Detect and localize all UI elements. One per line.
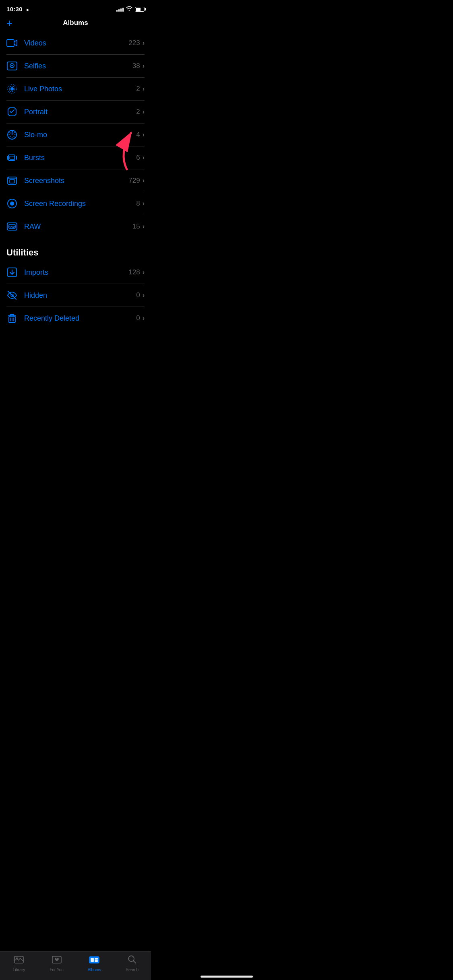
status-icons — [116, 6, 145, 12]
list-item-screen-recordings[interactable]: Screen Recordings 8 › — [6, 192, 145, 215]
list-item-live-photos[interactable]: Live Photos 2 › — [6, 78, 145, 101]
svg-line-14 — [14, 136, 14, 137]
screenshot-icon — [6, 175, 24, 186]
svg-point-4 — [10, 87, 14, 91]
media-types-list: Videos 223 › Selfies 38 › — [0, 32, 151, 238]
utilities-section-header: Utilities — [0, 238, 151, 261]
signal-bar-1 — [116, 10, 118, 12]
svg-rect-19 — [10, 156, 14, 159]
list-item-portrait[interactable]: Portrait 2 › — [6, 101, 145, 124]
page-header: + Albums — [0, 16, 151, 32]
portrait-count: 2 — [136, 108, 140, 116]
imports-label: Imports — [24, 268, 128, 277]
list-item-imports[interactable]: Imports 128 › — [6, 261, 145, 284]
wifi-icon — [126, 6, 132, 12]
signal-bar-2 — [118, 9, 120, 12]
svg-point-3 — [11, 65, 13, 66]
battery-fill — [136, 8, 141, 11]
list-item-selfies[interactable]: Selfies 38 › — [6, 55, 145, 78]
hidden-chevron: › — [143, 292, 145, 299]
page-title: Albums — [63, 19, 88, 27]
signal-bar-3 — [120, 8, 122, 12]
list-item-recently-deleted[interactable]: Recently Deleted 0 › — [6, 307, 145, 329]
hidden-icon — [6, 290, 24, 301]
bursts-label: Bursts — [24, 154, 136, 162]
list-item-raw[interactable]: RAW RAW 15 › — [6, 215, 145, 238]
list-item-screenshots[interactable]: Screenshots 729 › — [6, 169, 145, 192]
raw-label: RAW — [24, 222, 132, 231]
status-bar: 10:30 ► — [0, 0, 151, 16]
screenshots-label: Screenshots — [24, 177, 128, 185]
bursts-count: 6 — [136, 154, 140, 162]
screenshots-count: 729 — [128, 177, 140, 185]
portrait-label: Portrait — [24, 108, 136, 116]
screenshots-chevron: › — [143, 177, 145, 184]
battery-icon — [135, 7, 145, 12]
selfies-chevron: › — [143, 62, 145, 70]
svg-line-30 — [8, 291, 16, 299]
signal-bar-4 — [122, 8, 124, 12]
screen-recordings-icon — [6, 198, 24, 209]
selfies-label: Selfies — [24, 62, 132, 70]
slo-mo-count: 4 — [136, 131, 140, 139]
svg-line-13 — [10, 136, 10, 137]
slo-mo-icon — [6, 129, 24, 140]
bursts-chevron: › — [143, 154, 145, 161]
signal-bars — [116, 7, 124, 12]
video-icon — [6, 37, 24, 49]
imports-icon — [6, 267, 24, 278]
list-item-slo-mo[interactable]: Slo-mo 4 › — [6, 124, 145, 146]
screen-recordings-count: 8 — [136, 200, 140, 208]
recently-deleted-chevron: › — [143, 315, 145, 322]
trash-icon — [6, 313, 24, 324]
raw-icon: RAW — [6, 221, 24, 232]
slo-mo-chevron: › — [143, 131, 145, 138]
videos-chevron: › — [143, 39, 145, 47]
svg-point-22 — [8, 177, 9, 178]
imports-count: 128 — [128, 268, 140, 276]
screen-recordings-chevron: › — [143, 200, 145, 207]
portrait-chevron: › — [143, 108, 145, 115]
screen-recordings-label: Screen Recordings — [24, 200, 136, 208]
selfie-icon — [6, 60, 24, 72]
status-left: 10:30 ► — [6, 6, 30, 12]
videos-count: 223 — [128, 39, 140, 47]
bursts-icon — [6, 152, 24, 163]
svg-rect-18 — [16, 156, 17, 160]
live-photos-label: Live Photos — [24, 85, 136, 93]
hidden-label: Hidden — [24, 291, 136, 300]
svg-text:RAW: RAW — [8, 225, 16, 229]
raw-chevron: › — [143, 223, 145, 230]
imports-chevron: › — [143, 269, 145, 276]
list-item-hidden[interactable]: Hidden 0 › — [6, 284, 145, 307]
hidden-count: 0 — [136, 291, 140, 299]
recently-deleted-label: Recently Deleted — [24, 314, 136, 323]
svg-line-10 — [14, 132, 14, 133]
live-photos-chevron: › — [143, 85, 145, 93]
recently-deleted-count: 0 — [136, 314, 140, 322]
slo-mo-label: Slo-mo — [24, 131, 136, 139]
portrait-icon — [6, 106, 24, 117]
selfies-count: 38 — [132, 62, 140, 70]
videos-label: Videos — [24, 39, 128, 47]
svg-rect-17 — [7, 156, 8, 160]
utilities-list: Imports 128 › Hidden 0 › — [0, 261, 151, 329]
raw-count: 15 — [132, 222, 140, 231]
list-item-videos[interactable]: Videos 223 › — [6, 32, 145, 55]
svg-point-24 — [10, 202, 14, 206]
svg-line-8 — [10, 132, 10, 133]
location-icon: ► — [26, 7, 30, 12]
list-item-bursts[interactable]: Bursts 6 › — [6, 146, 145, 169]
status-time: 10:30 — [6, 6, 23, 12]
add-album-button[interactable]: + — [6, 18, 12, 28]
live-photos-count: 2 — [136, 85, 140, 93]
svg-rect-21 — [10, 179, 14, 183]
live-photos-icon — [6, 83, 24, 95]
svg-rect-0 — [7, 39, 14, 47]
